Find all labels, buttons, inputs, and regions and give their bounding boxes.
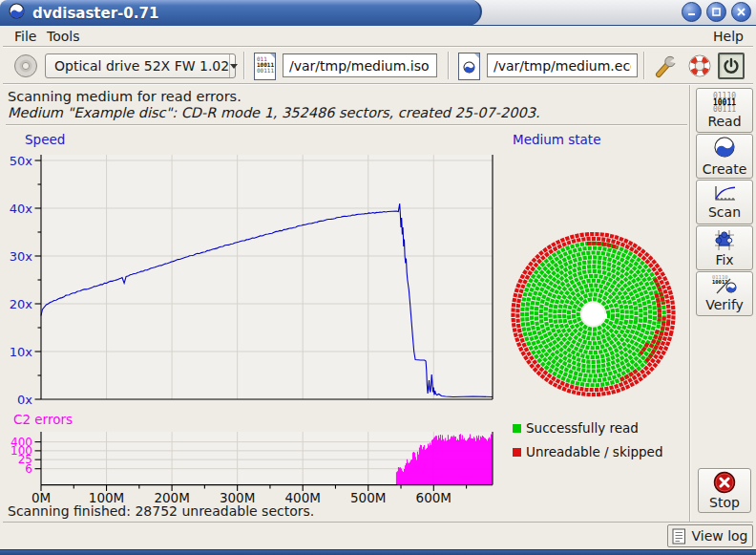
view-log-button[interactable]: View log bbox=[667, 524, 753, 547]
status-line-2: Medium "Example disc": CD-R mode 1, 3524… bbox=[8, 105, 540, 120]
iso-file-input[interactable] bbox=[283, 53, 437, 77]
maximize-button[interactable] bbox=[706, 2, 726, 22]
stop-button[interactable]: Stop bbox=[698, 468, 751, 513]
read-button[interactable]: 01110 10011 00111 Read bbox=[696, 88, 753, 133]
ecc-yinyang-glyph bbox=[463, 59, 475, 77]
svg-text:400: 400 bbox=[10, 436, 32, 449]
separator bbox=[6, 124, 687, 125]
speed-chart-title: Speed bbox=[25, 132, 65, 147]
minimize-button[interactable] bbox=[682, 2, 702, 22]
log-bar: View log bbox=[3, 523, 753, 549]
menu-tools[interactable]: Tools bbox=[43, 28, 84, 45]
quit-power-button[interactable] bbox=[718, 53, 745, 79]
iso-file-icon: 0111001100111 bbox=[254, 53, 276, 80]
status-line-1: Scanning medium for read errors. bbox=[8, 89, 242, 104]
create-yinyang-icon bbox=[714, 137, 735, 160]
svg-text:30x: 30x bbox=[10, 249, 33, 264]
svg-text:20x: 20x bbox=[10, 297, 33, 311]
create-button[interactable]: Create bbox=[696, 134, 753, 179]
verify-icon: 01110 10011 bbox=[712, 275, 737, 296]
charts-canvas: 0x10x20x30x40x50x6251004000M100M200M300M… bbox=[0, 129, 689, 507]
menubar: File Tools Help bbox=[3, 26, 753, 47]
footer-status: Scanning finished: 28752 unreadable sect… bbox=[8, 503, 314, 519]
scan-icon bbox=[712, 184, 737, 203]
fix-button-label: Fix bbox=[715, 252, 733, 267]
toolbar-separator bbox=[643, 52, 644, 79]
app-window: dvdisaster-0.71 File Tools Help Optical … bbox=[0, 0, 756, 555]
chevron-down-icon bbox=[229, 54, 238, 77]
drive-selector-value: Optical drive 52X FW 1.02 bbox=[46, 58, 229, 74]
svg-text:0x: 0x bbox=[17, 393, 32, 407]
c2-chart-title: C2 errors bbox=[13, 412, 73, 427]
scan-button[interactable]: Scan bbox=[696, 180, 753, 224]
log-icon bbox=[672, 528, 686, 544]
lifebelt-icon bbox=[686, 53, 713, 79]
read-icon: 01110 10011 00111 bbox=[713, 93, 736, 113]
optical-drive-icon bbox=[13, 53, 38, 82]
close-button[interactable] bbox=[731, 2, 751, 22]
wrench-icon bbox=[653, 53, 679, 79]
titlebar[interactable]: dvdisaster-0.71 bbox=[0, 0, 756, 26]
svg-text:40x: 40x bbox=[10, 202, 33, 216]
svg-text:50x: 50x bbox=[10, 154, 33, 168]
menu-help[interactable]: Help bbox=[709, 28, 747, 45]
create-button-label: Create bbox=[703, 161, 747, 177]
disc-hub-notch bbox=[601, 314, 608, 319]
svg-text:600M: 600M bbox=[416, 490, 452, 505]
window-border-bottom bbox=[0, 549, 756, 555]
stop-icon bbox=[713, 471, 736, 494]
sidebar-separator bbox=[689, 85, 690, 522]
stop-button-label: Stop bbox=[709, 495, 740, 510]
verify-button[interactable]: 01110 10011 Verify bbox=[696, 271, 753, 316]
help-lifebelt-button[interactable] bbox=[686, 53, 713, 82]
legend-swatch bbox=[513, 424, 521, 433]
read-button-label: Read bbox=[707, 114, 741, 129]
preferences-wrench-button[interactable] bbox=[653, 53, 679, 82]
toolbar-separator bbox=[448, 52, 449, 79]
medium-state-disc bbox=[497, 218, 689, 410]
toolbar-separator bbox=[243, 52, 244, 79]
window-title: dvdisaster-0.71 bbox=[32, 5, 158, 22]
scan-button-label: Scan bbox=[708, 204, 741, 220]
ecc-file-icon bbox=[458, 53, 480, 80]
app-yinyang-icon bbox=[9, 3, 25, 23]
fix-button[interactable]: Fix bbox=[696, 225, 753, 270]
toolbar: Optical drive 52X FW 1.02 0111001100111 bbox=[3, 48, 753, 84]
svg-text:500M: 500M bbox=[350, 490, 386, 505]
svg-text:10x: 10x bbox=[10, 345, 33, 359]
menu-file[interactable]: File bbox=[10, 28, 40, 45]
ecc-file-input[interactable] bbox=[487, 53, 638, 77]
medium-state-title: Medium state bbox=[513, 132, 600, 147]
titlebar-tab: dvdisaster-0.71 bbox=[0, 0, 482, 26]
drive-selector[interactable]: Optical drive 52X FW 1.02 bbox=[45, 53, 236, 78]
puzzle-piece-icon bbox=[713, 229, 736, 251]
view-log-label: View log bbox=[691, 528, 747, 544]
legend-label: Successfully read bbox=[526, 420, 639, 436]
power-icon bbox=[722, 56, 741, 75]
legend-label: Unreadable / skipped bbox=[526, 444, 662, 459]
legend-swatch bbox=[513, 448, 521, 457]
verify-button-label: Verify bbox=[705, 297, 744, 312]
